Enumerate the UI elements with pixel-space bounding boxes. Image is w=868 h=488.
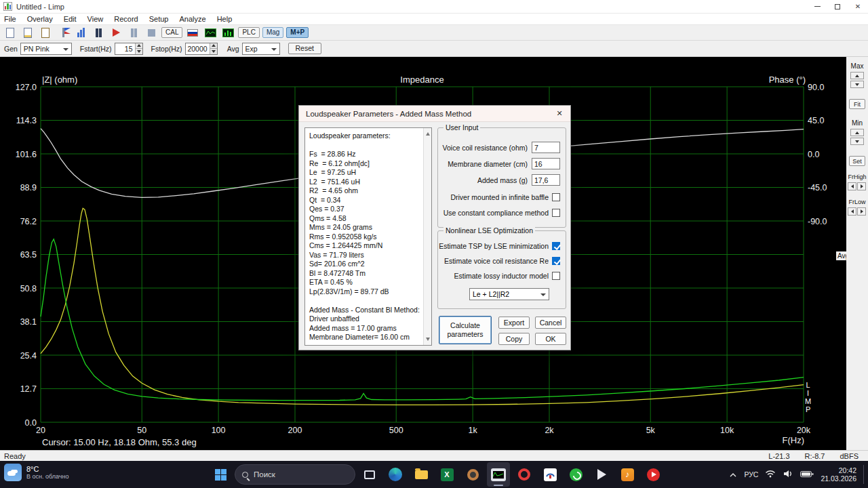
menu-analyze[interactable]: Analyze	[174, 15, 211, 23]
tray-clock[interactable]: 20:42 21.03.2026	[821, 466, 856, 483]
taskbar-app-window[interactable]	[358, 462, 381, 487]
marker-flag-icon[interactable]	[56, 26, 71, 39]
calculate-parameters-button[interactable]: Calculate parameters	[439, 316, 492, 344]
close-button[interactable]: ✕	[848, 0, 868, 13]
tray-chevron-icon[interactable]	[729, 468, 737, 481]
max-decrease-button[interactable]	[850, 81, 864, 88]
taskbar-app-music[interactable]: ♪	[616, 462, 639, 487]
taskbar-app-whatsapp[interactable]	[564, 462, 587, 487]
min-increase-button[interactable]	[850, 129, 864, 136]
copy-button[interactable]: Copy	[498, 333, 530, 345]
menu-view[interactable]: View	[82, 15, 109, 23]
lossy-inductor-label: Estimate lossy inductor model	[454, 272, 549, 280]
frlow-right-button[interactable]	[857, 207, 866, 216]
left-arrow-icon	[849, 209, 854, 214]
taskbar-app-yandex-music[interactable]	[642, 462, 665, 487]
minimize-button[interactable]	[807, 0, 827, 13]
fstart-value: 15	[115, 45, 133, 53]
calibrate-button[interactable]: CAL	[161, 27, 182, 38]
magnitude-view-button[interactable]: Mag	[262, 27, 283, 38]
new-file-icon[interactable]	[3, 26, 18, 39]
pause-bars-icon[interactable]	[91, 26, 106, 39]
taskbar-app-excel[interactable]: X	[435, 462, 458, 487]
constant-compliance-checkbox[interactable]	[552, 209, 560, 217]
fstart-spin-buttons[interactable]	[135, 43, 142, 54]
cursor-readout: Cursor: 15.00 Hz, 18.18 Ohm, 55.3 deg	[42, 437, 197, 447]
infinite-baffle-checkbox[interactable]	[552, 193, 560, 201]
frhigh-left-button[interactable]	[848, 182, 856, 190]
averaging-select[interactable]: Exp	[242, 43, 280, 55]
lossy-inductor-checkbox[interactable]	[552, 272, 560, 280]
fstop-stepper[interactable]: 20000	[185, 43, 218, 55]
taskbar-app-media-player[interactable]	[590, 462, 613, 487]
parameters-scrollbar[interactable]	[423, 128, 431, 345]
taskbar-app-edge[interactable]	[384, 462, 407, 487]
bar-graph-icon[interactable]	[73, 26, 88, 39]
right-arrow-icon	[861, 209, 865, 214]
volume-icon[interactable]	[783, 468, 793, 481]
menu-overlay[interactable]: Overlay	[22, 15, 58, 23]
taskbar-app-explorer[interactable]	[410, 462, 433, 487]
record-pause-icon[interactable]	[126, 26, 141, 39]
battery-icon[interactable]	[800, 468, 814, 481]
ok-button[interactable]: OK	[535, 333, 566, 345]
taskbar-app-rew[interactable]	[538, 462, 561, 487]
weather-description: В осн. облачно	[26, 473, 68, 480]
set-button[interactable]: Set	[849, 156, 865, 166]
spectrum-curve-icon[interactable]	[203, 26, 218, 39]
membrane-diameter-field[interactable]	[532, 158, 560, 169]
added-mass-field[interactable]	[532, 174, 560, 186]
file-explorer-icon	[415, 470, 428, 479]
inductor-model-select[interactable]: Le + L2||R2	[469, 288, 549, 300]
cancel-button[interactable]: Cancel	[535, 317, 566, 329]
weather-widget[interactable]: 8°C В осн. облачно	[4, 464, 68, 481]
voice-coil-resistance-label: Voice coil resistance (ohm)	[442, 144, 528, 152]
show-desktop-button[interactable]	[863, 465, 865, 484]
menu-record[interactable]: Record	[108, 15, 143, 23]
magnitude-phase-view-button[interactable]: M+P	[286, 27, 309, 38]
frlow-left-button[interactable]	[848, 207, 856, 216]
language-flag-icon[interactable]	[185, 26, 200, 39]
fstop-spin-buttons[interactable]	[210, 43, 217, 54]
open-file-icon[interactable]	[20, 26, 35, 39]
wifi-icon[interactable]	[765, 468, 776, 481]
membrane-diameter-label: Membrane diameter (cm)	[442, 160, 528, 168]
menu-help[interactable]: Help	[212, 15, 238, 23]
menu-edit[interactable]: Edit	[58, 15, 82, 23]
generator-toolbar: Gen PN Pink Fstart(Hz) 15 Fstop(Hz) 2000…	[0, 41, 868, 57]
fstart-stepper[interactable]: 15	[115, 43, 143, 55]
parameters-panel: Loudspeaker parameters: Fs = 28.86 Hz Re…	[304, 127, 432, 346]
export-button[interactable]: Export	[498, 317, 530, 329]
yandex-music-icon	[647, 468, 660, 481]
freq-tick-label: 500	[389, 426, 403, 435]
search-box[interactable]: Поиск	[235, 464, 355, 485]
search-icon	[242, 472, 248, 478]
taskbar-app-limp-active[interactable]	[487, 462, 510, 487]
plc-button[interactable]: PLC	[238, 27, 259, 38]
fit-button[interactable]: Fit	[849, 99, 865, 109]
fstart-label: Fstart(Hz)	[80, 45, 112, 53]
taskbar-app-opera[interactable]	[513, 462, 536, 487]
user-input-legend: User Input	[443, 123, 480, 131]
dialog-close-button[interactable]: ✕	[549, 106, 570, 121]
gen-label: Gen	[4, 45, 18, 53]
maximize-button[interactable]	[827, 0, 848, 13]
reset-button[interactable]: Reset	[288, 43, 321, 54]
start-button[interactable]	[209, 463, 232, 486]
save-file-icon[interactable]	[38, 26, 53, 39]
voice-coil-resistance-field[interactable]	[532, 142, 560, 153]
taskbar-app-settings[interactable]	[461, 462, 484, 487]
min-decrease-button[interactable]	[850, 138, 864, 145]
frhigh-right-button[interactable]	[857, 182, 866, 190]
window-icon	[364, 470, 375, 479]
record-start-icon[interactable]	[108, 26, 123, 39]
max-increase-button[interactable]	[850, 72, 864, 79]
menu-file[interactable]: File	[0, 15, 22, 23]
estimate-tsp-checkbox[interactable]	[552, 242, 560, 250]
spectrum-bars-icon[interactable]	[220, 26, 235, 39]
record-stop-icon[interactable]	[144, 26, 159, 39]
menu-setup[interactable]: Setup	[144, 15, 174, 23]
language-indicator[interactable]: РУС	[744, 470, 758, 479]
estimate-re-checkbox[interactable]	[552, 257, 560, 265]
generator-type-select[interactable]: PN Pink	[20, 43, 72, 55]
